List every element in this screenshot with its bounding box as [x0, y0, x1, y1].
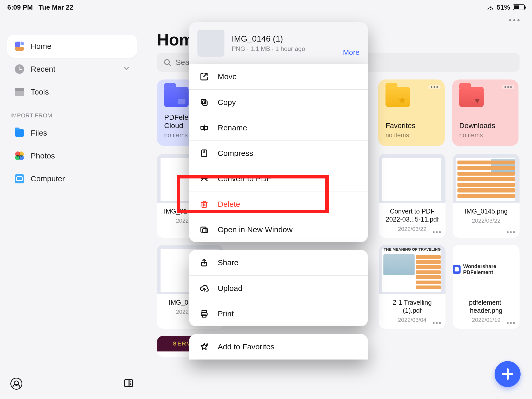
status-time: 6:09 PM [7, 3, 33, 11]
file-thumbnail: Wondershare PDFelement [453, 245, 520, 294]
window-icon [200, 225, 209, 234]
menu-item-label: Open in New Window [218, 225, 292, 234]
menu-item-delete[interactable]: Delete [189, 191, 368, 217]
location-card-downloads[interactable]: Downloads no items [452, 79, 518, 146]
sidebar-item-home[interactable]: Home [7, 35, 137, 58]
thumb-caption: Wondershare PDFelement [463, 263, 520, 275]
context-file-meta: PNG · 1.1 MB · 1 hour ago [232, 45, 305, 52]
folder-icon [14, 128, 25, 138]
menu-item-compress[interactable]: Compress [189, 140, 368, 166]
toolbox-icon [14, 87, 25, 97]
account-icon[interactable] [10, 378, 22, 390]
page-more-button[interactable] [509, 19, 520, 21]
menu-item-label: Convert to PDF [218, 174, 271, 183]
sidebar-section-import: IMPORT FROM [10, 112, 134, 119]
file-card[interactable]: Wondershare PDFelement pdfelement-header… [453, 245, 520, 329]
svg-rect-7 [201, 126, 204, 129]
sidebar-item-label: Home [31, 42, 51, 51]
menu-item-open-new-window[interactable]: Open in New Window [189, 217, 368, 242]
sidebar-item-photos[interactable]: Photos [7, 144, 137, 167]
menu-item-label: Compress [218, 149, 253, 158]
file-more-icon[interactable] [507, 322, 515, 324]
photos-icon [14, 150, 25, 161]
sidebar-footer [0, 368, 144, 399]
menu-item-label: Copy [218, 98, 236, 107]
menu-item-label: Move [218, 72, 237, 81]
context-file-name: IMG_0146 (1) [232, 34, 305, 44]
svg-point-2 [130, 383, 131, 384]
location-subtitle: no items [459, 131, 511, 139]
file-date: 2022/01/19 [472, 317, 501, 323]
menu-item-convert-to-pdf[interactable]: Convert to PDF [189, 166, 368, 191]
rename-icon [200, 123, 209, 132]
menu-item-rename[interactable]: Rename [189, 115, 368, 140]
file-name: Convert to PDF 2022-03...5-11.pdf [379, 207, 445, 224]
wifi-icon [487, 4, 494, 10]
file-card[interactable]: THE MEANING OF TRAVELING 2-1 Travelling … [379, 245, 445, 329]
menu-item-label: Share [218, 258, 238, 267]
card-more-icon[interactable] [502, 85, 514, 89]
sidebar-item-label: Files [31, 129, 47, 137]
context-more-button[interactable]: More [343, 48, 360, 57]
share-icon [200, 258, 209, 267]
menu-item-share[interactable]: Share [189, 250, 368, 275]
file-thumbnail: THE MEANING OF TRAVELING [379, 245, 445, 294]
compress-icon [200, 149, 209, 158]
battery-icon [513, 4, 525, 10]
favorites-folder-icon [385, 87, 410, 107]
menu-item-upload[interactable]: Upload [189, 275, 368, 301]
menu-item-label: Delete [218, 200, 240, 209]
file-date: 2022/03/22 [472, 217, 501, 224]
chevron-down-icon [123, 65, 130, 74]
convert-icon [200, 174, 209, 183]
add-button[interactable] [495, 361, 521, 387]
search-icon [163, 58, 171, 66]
sidebar-item-computer[interactable]: Computer [7, 167, 137, 190]
print-icon [200, 309, 209, 318]
status-bar: 6:09 PM Tue Mar 22 51% [0, 0, 532, 15]
trash-icon [200, 200, 209, 209]
sidebar-item-label: Recent [31, 65, 55, 74]
file-more-icon[interactable] [433, 231, 441, 233]
menu-item-print[interactable]: Print [189, 301, 368, 326]
sidebar-item-label: Photos [31, 151, 55, 160]
svg-rect-10 [202, 202, 207, 207]
menu-item-label: Add to Favorites [218, 342, 274, 351]
file-card[interactable]: Convert to PDF 2022-03...5-11.pdf 2022/0… [379, 154, 445, 238]
cloud-folder-icon [164, 87, 189, 107]
svg-point-3 [130, 384, 131, 385]
file-card[interactable]: IMG_0145.png 2022/03/22 [453, 154, 520, 238]
clock-icon [14, 64, 25, 75]
battery-pct: 51% [497, 3, 510, 11]
context-file-preview [197, 30, 224, 57]
svg-rect-8 [204, 126, 207, 129]
menu-item-copy[interactable]: Copy [189, 89, 368, 115]
app-logo-icon [453, 265, 461, 274]
sidebar: Home Recent Tools IMPORT FROM Files Pho [0, 15, 144, 399]
menu-item-label: Upload [218, 284, 242, 293]
menu-item-label: Rename [218, 123, 247, 132]
file-date: 2022/03/22 [398, 226, 427, 232]
home-icon [14, 41, 25, 52]
move-icon [200, 72, 209, 81]
star-plus-icon [200, 342, 209, 351]
sidebar-item-label: Computer [31, 174, 65, 183]
menu-item-add-favorites[interactable]: Add to Favorites [189, 334, 368, 360]
location-card-favorites[interactable]: Favorites no items [378, 79, 445, 146]
menu-item-move[interactable]: Move [189, 64, 368, 89]
card-more-icon[interactable] [428, 85, 441, 89]
sidebar-item-label: Tools [31, 88, 49, 96]
svg-rect-11 [201, 227, 206, 232]
collapse-sidebar-icon[interactable] [123, 378, 134, 389]
sidebar-item-files[interactable]: Files [7, 122, 137, 144]
file-more-icon[interactable] [507, 231, 515, 233]
status-date: Tue Mar 22 [38, 3, 73, 11]
file-more-icon[interactable] [433, 322, 441, 324]
downloads-folder-icon [459, 87, 484, 107]
thumb-caption: THE MEANING OF TRAVELING [379, 247, 445, 251]
sidebar-item-recent[interactable]: Recent [7, 58, 137, 81]
location-title: Downloads [459, 122, 511, 130]
menu-item-label: Print [218, 309, 234, 318]
context-menu-header: IMG_0146 (1) PNG · 1.1 MB · 1 hour ago M… [189, 22, 368, 64]
sidebar-item-tools[interactable]: Tools [7, 81, 137, 103]
